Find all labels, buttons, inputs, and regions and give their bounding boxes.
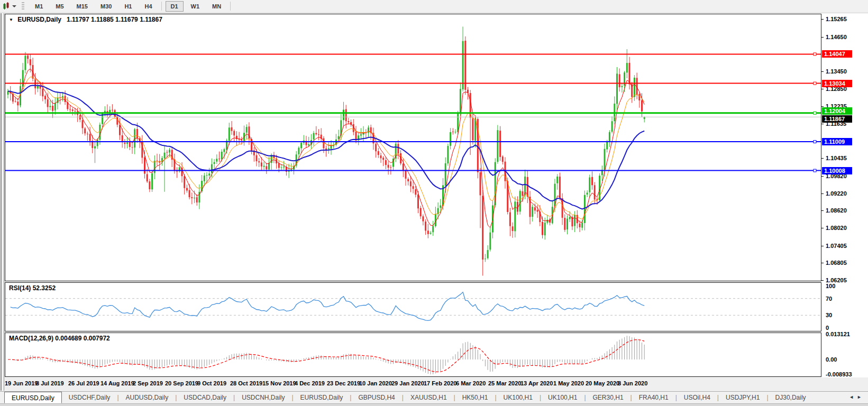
rsi-tick-70: 70 bbox=[826, 296, 832, 302]
hline-handle[interactable] bbox=[814, 82, 816, 85]
timeframe-button-m1[interactable]: M1 bbox=[30, 1, 48, 12]
tab-usdcnh-daily[interactable]: USDCNH,Daily bbox=[235, 392, 291, 403]
tab-fra40-h1[interactable]: FRA40,H1 bbox=[632, 392, 675, 403]
hline-handle[interactable] bbox=[814, 53, 816, 56]
toolbar-separator bbox=[230, 2, 231, 11]
rsi-tick-100: 100 bbox=[826, 283, 835, 289]
rsi-tick-0: 0 bbox=[826, 325, 829, 331]
macd-panel[interactable]: MACD(12,26,9) 0.004689 0.007972 bbox=[5, 333, 821, 377]
date-label-10-Jan-2020: 10 Jan 2020 bbox=[359, 380, 392, 386]
tab-hk50-h1[interactable]: HK50,H1 bbox=[455, 392, 495, 403]
price-tick-1.06805: 1.06805 bbox=[826, 260, 847, 266]
current-price-tag: 1.11867 bbox=[822, 115, 852, 123]
chart-title-ohlc: 1.11797 1.11885 1.11679 1.11867 bbox=[67, 16, 162, 23]
date-label-25-Mar-2020: 25 Mar 2020 bbox=[488, 380, 521, 386]
price-axis[interactable]: 1.152651.146501.134501.128501.122351.116… bbox=[821, 14, 868, 377]
axis-tick-mark bbox=[821, 210, 824, 211]
tab-gbpusd-h4[interactable]: GBPUSD,H4 bbox=[351, 392, 401, 403]
candles bbox=[7, 26, 645, 275]
date-label-4-Dec-2019: 4 Dec 2019 bbox=[295, 380, 325, 386]
price-tick-1.07405: 1.07405 bbox=[826, 243, 847, 249]
date-label-6-Mar-2020: 6 Mar 2020 bbox=[456, 380, 486, 386]
timeframe-toolbar: M1M5M15M30H1H4D1W1MN bbox=[0, 0, 868, 13]
axis-tick-mark bbox=[821, 71, 824, 72]
axis-tick-mark bbox=[821, 280, 824, 281]
date-label-29-Jan-2020: 29 Jan 2020 bbox=[391, 380, 424, 386]
date-label-14-Aug-2019: 14 Aug 2019 bbox=[100, 380, 134, 386]
axis-tick-mark bbox=[821, 193, 824, 194]
hline-handle[interactable] bbox=[814, 169, 816, 172]
price-tag-1.14047: 1.14047 bbox=[822, 50, 852, 58]
tab-usdjpy-h1[interactable]: USDJPY,H1 bbox=[719, 392, 766, 403]
axis-tick-mark bbox=[821, 263, 824, 263]
date-label-17-Feb-2020: 17 Feb 2020 bbox=[424, 380, 456, 386]
hline-handle[interactable] bbox=[814, 141, 816, 143]
price-tag-1.13034: 1.13034 bbox=[822, 80, 852, 87]
price-tag-1.12004: 1.12004 bbox=[822, 107, 852, 115]
tab-ger30-h1[interactable]: GER30,H1 bbox=[586, 392, 631, 403]
axis-tick-mark bbox=[821, 246, 824, 246]
chart-tab-bar: EURUSD,DailyUSDCHF,Daily|AUDUSD,Daily|US… bbox=[0, 391, 868, 403]
axis-tick-mark bbox=[821, 89, 824, 89]
chart-title: ▼ EURUSD,Daily 1.11797 1.11885 1.11679 1… bbox=[9, 16, 162, 23]
timeframe-button-d1[interactable]: D1 bbox=[166, 1, 184, 12]
hline-handle[interactable] bbox=[814, 112, 816, 114]
chart-mode-icon[interactable] bbox=[2, 2, 16, 11]
rsi-plot bbox=[5, 283, 821, 331]
timeframe-button-w1[interactable]: W1 bbox=[186, 1, 205, 12]
price-tick-1.10435: 1.10435 bbox=[826, 155, 847, 161]
date-label-23-Dec-2019: 23 Dec 2019 bbox=[327, 380, 360, 386]
rsi-line bbox=[11, 292, 645, 321]
rsi-tick-30: 30 bbox=[826, 312, 832, 318]
macd-label: MACD(12,26,9) 0.004689 0.007972 bbox=[9, 335, 110, 342]
macd-tick--0.008933: -0.008933 bbox=[826, 371, 852, 377]
tab-usdchf-daily[interactable]: USDCHF,Daily bbox=[62, 392, 117, 403]
axis-tick-mark bbox=[821, 19, 824, 20]
chart-window-frame bbox=[1, 13, 4, 391]
timeframe-buttons: M1M5M15M30H1H4D1W1MN bbox=[29, 1, 227, 12]
tab-dj30-daily[interactable]: DJ30,Daily bbox=[769, 392, 813, 403]
axis-tick-mark bbox=[821, 124, 824, 124]
price-tick-1.08020: 1.08020 bbox=[826, 225, 847, 231]
macd-plot bbox=[5, 333, 821, 376]
tab-usoil-h4[interactable]: USOil,H4 bbox=[677, 392, 717, 403]
status-strip bbox=[0, 403, 868, 406]
date-label-26-Jul-2019: 26 Jul 2019 bbox=[68, 380, 99, 386]
tab-scroll-arrows[interactable]: ◄► bbox=[849, 394, 865, 400]
tab-eurusd-daily[interactable]: EURUSD,Daily bbox=[294, 392, 350, 403]
price-tag-1.11009: 1.11009 bbox=[822, 138, 852, 145]
tab-uk100-h1[interactable]: UK100,H1 bbox=[541, 392, 584, 403]
timeframe-button-m15[interactable]: M15 bbox=[71, 1, 93, 12]
price-chart-panel[interactable]: ▼ EURUSD,Daily 1.11797 1.11885 1.11679 1… bbox=[5, 14, 821, 281]
date-label-19-Jun-2019: 19 Jun 2019 bbox=[5, 380, 38, 386]
price-tick-1.08620: 1.08620 bbox=[826, 207, 847, 214]
rsi-panel[interactable]: RSI(14) 52.3252 bbox=[5, 282, 821, 331]
axis-tick-mark bbox=[821, 228, 824, 228]
rsi-label: RSI(14) 52.3252 bbox=[9, 284, 56, 292]
tab-eurusd-daily[interactable]: EURUSD,Daily bbox=[4, 392, 62, 403]
tab-usdcad-daily[interactable]: USDCAD,Daily bbox=[177, 392, 233, 403]
macd-tick-0.00: 0.00 bbox=[826, 356, 837, 363]
timeframe-button-h1[interactable]: H1 bbox=[119, 1, 137, 12]
date-label-13-Apr-2020: 13 Apr 2020 bbox=[520, 380, 553, 386]
timeframe-button-h4[interactable]: H4 bbox=[139, 1, 157, 12]
tab-xauusd-h1[interactable]: XAUUSD,H1 bbox=[404, 392, 454, 403]
collapse-caret-icon[interactable]: ▼ bbox=[9, 17, 13, 22]
date-label-2-Sep-2019: 2 Sep 2019 bbox=[133, 380, 163, 386]
date-label-8-Jun-2020: 8 Jun 2020 bbox=[618, 380, 647, 386]
date-label-15-Nov-2019: 15 Nov 2019 bbox=[262, 380, 296, 386]
price-tag-1.10008: 1.10008 bbox=[822, 167, 852, 174]
timeframe-button-m30[interactable]: M30 bbox=[95, 1, 117, 12]
date-label-1-May-2020: 1 May 2020 bbox=[553, 380, 584, 386]
date-label-9-Oct-2019: 9 Oct 2019 bbox=[197, 380, 226, 386]
date-axis[interactable]: 19 Jun 20198 Jul 201926 Jul 201914 Aug 2… bbox=[5, 377, 821, 391]
date-label-28-Oct-2019: 28 Oct 2019 bbox=[230, 380, 262, 386]
tab-uk100-h1[interactable]: UK100,H1 bbox=[497, 392, 540, 403]
tab-audusd-daily[interactable]: AUDUSD,Daily bbox=[119, 392, 176, 403]
macd-signal-line bbox=[8, 340, 644, 372]
timeframe-button-mn[interactable]: MN bbox=[207, 1, 226, 12]
timeframe-button-m5[interactable]: M5 bbox=[50, 1, 69, 12]
axis-tick-mark bbox=[821, 37, 824, 38]
toolbar-grip-handle[interactable] bbox=[22, 2, 24, 10]
price-tick-1.14650: 1.14650 bbox=[826, 34, 847, 40]
